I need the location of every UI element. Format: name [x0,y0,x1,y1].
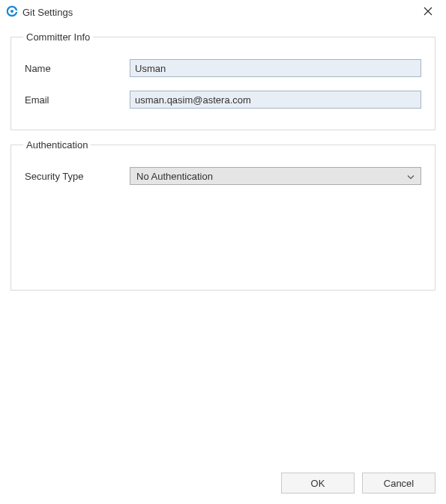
security-type-label: Security Type [25,171,130,182]
email-row: Email [25,91,421,109]
content-area: Committer Info Name Email Authentication… [0,24,446,307]
authentication-group: Authentication Security Type No Authenti… [10,139,436,291]
authentication-legend: Authentication [23,139,91,151]
window-title: Git Settings [22,7,73,18]
close-icon [424,7,433,18]
titlebar-left: Git Settings [6,5,73,19]
close-button[interactable] [418,1,439,22]
titlebar: Git Settings [0,0,446,24]
chevron-down-icon [407,171,415,182]
svg-rect-2 [15,10,18,12]
email-label: Email [25,94,130,106]
security-type-value: No Authentication [136,171,213,182]
committer-info-group: Committer Info Name Email [10,31,436,130]
committer-info-legend: Committer Info [23,31,93,43]
security-type-select[interactable]: No Authentication [130,167,421,185]
app-icon [6,5,18,19]
security-type-select-wrap: No Authentication [130,167,421,185]
ok-button[interactable]: OK [281,473,355,494]
name-input[interactable] [130,59,421,77]
name-label: Name [25,63,130,74]
name-row: Name [25,59,421,77]
security-type-row: Security Type No Authentication [25,167,421,185]
cancel-button[interactable]: Cancel [362,473,436,494]
button-bar: OK Cancel [281,473,436,494]
svg-point-1 [10,10,13,13]
email-input[interactable] [130,91,421,109]
